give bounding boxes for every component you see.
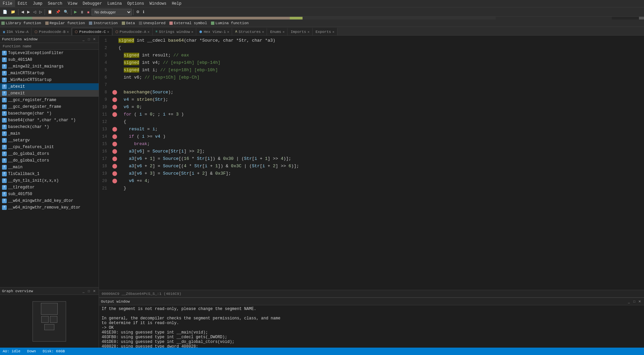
functions-close-btn[interactable]: ✕ <box>92 37 97 42</box>
func-item-main2[interactable]: f __main <box>0 164 99 171</box>
func-item-winmain[interactable]: f _WinMainCRTStartup <box>0 77 99 83</box>
code-bracket-17: [( <box>179 156 184 161</box>
tab-strings-close[interactable]: ✕ <box>191 30 193 34</box>
toolbar-sep3 <box>71 9 71 15</box>
function-list[interactable]: f TopLevelExceptionFilter f sub_4011A0 f… <box>0 50 99 287</box>
tab-structures-close[interactable]: ✕ <box>262 30 264 34</box>
toolbar-run[interactable]: ▶ <box>73 8 78 16</box>
tab-exports-close[interactable]: ✕ <box>332 30 334 34</box>
func-item-basechange[interactable]: f basechange(char *) <box>0 110 99 117</box>
menu-search[interactable]: Search <box>45 0 65 7</box>
func-item-sub401f50[interactable]: f sub_401f50 <box>0 191 99 197</box>
func-item-setargv[interactable]: f __setargv <box>0 137 99 144</box>
tab-imports-close[interactable]: ✕ <box>308 30 310 34</box>
tab-enums-close[interactable]: ✕ <box>282 30 284 34</box>
func-item-gcc-register[interactable]: f __gcc_register_frame <box>0 97 99 103</box>
code-num-16: 2 <box>197 149 200 154</box>
tab-enums[interactable]: Enums ✕ <box>267 28 287 35</box>
func-item-sub4011a0[interactable]: f sub_4011A0 <box>0 56 99 63</box>
output-close-btn[interactable]: ✕ <box>637 299 642 304</box>
func-item-w64-remove[interactable]: f __w64_mingwthr_remove_key_dtor <box>0 204 99 211</box>
toolbar-settings[interactable]: ⚙ <box>135 8 141 16</box>
menu-help[interactable]: Help <box>169 0 184 7</box>
tab-ida-view-a[interactable]: ▣ IDA View-A <box>0 28 32 35</box>
toolbar-back2[interactable]: ◁ <box>32 8 37 16</box>
tab-strings[interactable]: ≡ Strings window ✕ <box>153 28 196 35</box>
toolbar-info[interactable]: ℹ <box>142 8 146 16</box>
func-item-cpu-features[interactable]: f __cpu_features_init <box>0 144 99 150</box>
graph-close-btn[interactable]: ✕ <box>92 289 97 294</box>
tab-ida-icon: ▣ <box>3 30 5 34</box>
func-item-base64[interactable]: f base64(char *,char *,char *) <box>0 117 99 124</box>
tab-pseudo-c-close[interactable]: ✕ <box>107 30 109 34</box>
func-item-basecheck[interactable]: f basecheck(char *) <box>0 124 99 130</box>
tab-pseudocode-a[interactable]: ⬡ Pseudocode-A ✕ <box>112 28 153 35</box>
func-item-tlscallback[interactable]: f TlsCallback_1 <box>0 171 99 177</box>
debugger-select[interactable]: No debugger <box>92 9 132 15</box>
code-a3-17: a3 <box>129 156 134 161</box>
functions-minimize-btn[interactable]: _ <box>81 37 86 42</box>
menu-edit[interactable]: Edit <box>15 0 30 7</box>
toolbar-open[interactable]: 📁 <box>9 8 17 16</box>
code-editor[interactable]: 1 signed int __cdecl base64(char *Source… <box>99 36 644 290</box>
func-item-toplevel[interactable]: f TopLevelExceptionFilter <box>0 50 99 56</box>
menu-windows[interactable]: Windows <box>147 0 169 7</box>
func-item-main[interactable]: f _main <box>0 130 99 137</box>
code-plus-17: + <box>142 156 150 161</box>
menu-file[interactable]: File <box>0 0 15 7</box>
toolbar-forward[interactable]: ▶ <box>26 8 31 16</box>
tab-pseudo-b-close[interactable]: ✕ <box>67 30 69 34</box>
graph-maximize-btn[interactable]: □ <box>87 289 91 294</box>
code-a3-19: a3 <box>129 171 134 176</box>
toolbar-back[interactable]: ◀ <box>20 8 25 16</box>
graph-overview-header: Graph overview _ □ ✕ <box>0 287 99 295</box>
tab-hex-view[interactable]: ⬢ Hex View-1 ✕ <box>196 28 232 35</box>
func-item-tlregdtor[interactable]: f __tlregdtor <box>0 184 99 191</box>
progress-scrollbar[interactable] <box>639 17 644 19</box>
menu-options[interactable]: Options <box>124 0 147 7</box>
code-line-15: 15 break; <box>99 140 644 148</box>
func-item-atexit[interactable]: f _atexit <box>0 83 99 90</box>
toolbar-copy[interactable]: 📋 <box>46 8 54 16</box>
status-disk: Disk: 68GB <box>43 349 65 353</box>
toolbar-forward2[interactable]: ▷ <box>38 8 43 16</box>
code-content-9: v4 = strlen(Str); <box>118 96 644 103</box>
tab-pseudocode-c[interactable]: ⬡ Pseudocode-C ✕ <box>72 28 112 35</box>
graph-minimize-btn[interactable]: _ <box>81 289 86 294</box>
toolbar-find[interactable]: 🔍 <box>62 8 70 16</box>
func-item-maincrt[interactable]: f _mainCRTStartup <box>0 70 99 77</box>
code-hex-17a: 0x30 <box>223 156 233 161</box>
menu-debugger[interactable]: Debugger <box>80 0 105 7</box>
output-panel: Output window _ □ ✕ If the segment is no… <box>99 297 644 348</box>
func-item-do-global-ctors[interactable]: f __do_global_ctors <box>0 157 99 164</box>
tab-structures[interactable]: A Structures ✕ <box>232 28 267 35</box>
func-item-onexit[interactable]: f _onexit <box>0 90 99 97</box>
tab-hex-close[interactable]: ✕ <box>227 30 229 34</box>
menu-view[interactable]: View <box>65 0 80 7</box>
toolbar-stop[interactable]: ■ <box>86 8 91 16</box>
func-item-mingw32[interactable]: f __mingw32_init_mainargs <box>0 63 99 70</box>
func-item-w64-add[interactable]: f __w64_mingwthr_add_key_dtor <box>0 197 99 204</box>
func-item-gcc-deregister[interactable]: f __gcc_deregister_frame <box>0 103 99 110</box>
tab-ida-label: IDA View-A <box>6 30 29 34</box>
output-minimize-btn[interactable]: _ <box>627 299 631 304</box>
functions-maximize-btn[interactable]: □ <box>87 37 91 42</box>
code-hex-18: 0x3C <box>231 164 241 169</box>
tab-imports[interactable]: Imports ✕ <box>287 28 312 35</box>
code-brace-12: { <box>124 119 126 124</box>
toolbar-paste[interactable]: 📌 <box>54 8 62 16</box>
menu-jump[interactable]: Jump <box>30 0 45 7</box>
func-item-do-global-dtors[interactable]: f __do_global_dtors <box>0 150 99 157</box>
kw-signed: signed <box>118 38 134 43</box>
toolbar-pause[interactable]: ⏸ <box>79 8 85 16</box>
code-4-20: 4 <box>145 178 147 183</box>
output-maximize-btn[interactable]: □ <box>632 299 637 304</box>
tab-pseudocode-b[interactable]: ⬡ Pseudocode-B ✕ <box>32 28 72 35</box>
menu-lumina[interactable]: Lumina <box>105 0 124 7</box>
code-src-19: Source <box>163 171 179 176</box>
tab-exports[interactable]: Exports ✕ <box>313 28 337 35</box>
tab-pseudo-a-close[interactable]: ✕ <box>148 30 150 34</box>
func-item-dyn-tls[interactable]: f __dyn_tls_init(x,x,x) <box>0 177 99 184</box>
toolbar-new[interactable]: 📄 <box>1 8 9 16</box>
output-content[interactable]: If the segment is not read-only, please … <box>99 305 644 348</box>
